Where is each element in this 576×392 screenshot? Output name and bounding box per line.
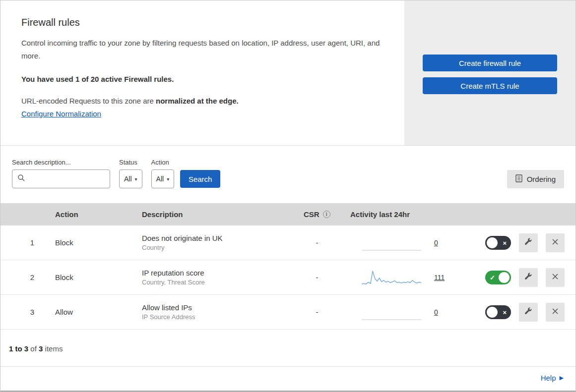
action-label: Action bbox=[151, 159, 175, 166]
rule-priority: 3 bbox=[0, 308, 44, 316]
activity-count-link[interactable]: 0 bbox=[434, 308, 447, 316]
action-select[interactable]: All ▾ bbox=[151, 169, 175, 188]
enable-toggle[interactable]: × bbox=[485, 305, 511, 319]
search-input-box[interactable] bbox=[12, 169, 110, 188]
chevron-right-icon: ▶ bbox=[560, 375, 564, 381]
rule-csr: - bbox=[292, 308, 342, 316]
rule-fields: Country, Threat Score bbox=[142, 279, 292, 286]
rule-csr: - bbox=[292, 238, 342, 247]
usage-summary: You have used 1 of 20 active Firewall ru… bbox=[21, 75, 384, 83]
rule-description: Does not originate in UK bbox=[142, 234, 292, 242]
items-suffix: items bbox=[43, 344, 63, 353]
column-csr-label: CSR bbox=[304, 210, 320, 219]
delete-rule-button[interactable] bbox=[546, 303, 565, 322]
activity-sparkline bbox=[362, 234, 421, 252]
normalization-text: URL-encoded Requests to this zone are bbox=[21, 97, 156, 105]
rule-controls: × bbox=[461, 303, 576, 322]
close-icon bbox=[552, 308, 559, 316]
items-range: 1 to 3 bbox=[9, 344, 28, 353]
close-icon bbox=[552, 273, 559, 281]
wrench-icon bbox=[524, 307, 532, 317]
rule-description-cell: Does not originate in UK Country bbox=[131, 234, 292, 251]
toggle-knob bbox=[487, 307, 498, 318]
rule-description-cell: IP reputation score Country, Threat Scor… bbox=[131, 269, 292, 286]
toggle-knob bbox=[499, 272, 510, 283]
filter-bar: Search description... Status All ▾ Actio… bbox=[0, 146, 576, 203]
column-activity: Activity last 24hr bbox=[342, 210, 461, 219]
activity-sparkline bbox=[362, 303, 421, 321]
search-label: Search description... bbox=[12, 159, 110, 166]
configure-normalization-link[interactable]: Configure Normalization bbox=[21, 110, 101, 118]
status-group: Status All ▾ bbox=[119, 159, 142, 188]
normalization-note: URL-encoded Requests to this zone are no… bbox=[21, 97, 384, 105]
rule-description-cell: Allow listed IPs IP Source Address bbox=[131, 303, 292, 321]
rule-fields: Country bbox=[142, 244, 292, 251]
rule-controls: ✓ bbox=[461, 268, 576, 287]
firewall-rules-page: Firewall rules Control incoming traffic … bbox=[0, 0, 576, 392]
table-row: 1 Block Does not originate in UK Country… bbox=[0, 225, 576, 260]
search-input[interactable] bbox=[28, 175, 105, 183]
items-of: of bbox=[28, 344, 39, 353]
help-row: Help▶ bbox=[0, 366, 576, 389]
table-row: 2 Block IP reputation score Country, Thr… bbox=[0, 260, 576, 295]
search-group: Search description... bbox=[12, 159, 110, 188]
rule-activity-cell: 0 bbox=[342, 303, 461, 321]
delete-rule-button[interactable] bbox=[546, 233, 565, 252]
rule-action: Block bbox=[44, 273, 131, 281]
list-document-icon bbox=[515, 174, 522, 184]
toggle-state-icon: × bbox=[503, 309, 507, 315]
wrench-icon bbox=[524, 273, 532, 282]
rule-priority: 2 bbox=[0, 273, 44, 281]
page-description: Control incoming traffic to your zone by… bbox=[21, 37, 384, 62]
toggle-knob bbox=[487, 237, 498, 248]
help-link[interactable]: Help▶ bbox=[541, 374, 564, 382]
status-label: Status bbox=[119, 159, 142, 166]
chevron-down-icon: ▾ bbox=[167, 176, 169, 182]
edit-rule-button[interactable] bbox=[519, 233, 538, 252]
action-select-value: All bbox=[156, 175, 164, 183]
close-icon bbox=[552, 238, 559, 247]
action-group: Action All ▾ bbox=[151, 159, 175, 188]
column-csr: CSR i bbox=[292, 210, 342, 219]
toggle-state-icon: × bbox=[503, 239, 507, 246]
table-header: Action Description CSR i Activity last 2… bbox=[0, 203, 576, 225]
items-count: 1 to 3 of 3 items bbox=[0, 330, 576, 366]
rule-description: Allow listed IPs bbox=[142, 303, 292, 312]
create-firewall-rule-button[interactable]: Create firewall rule bbox=[423, 55, 557, 71]
rule-activity-cell: 111 bbox=[342, 269, 461, 286]
edit-rule-button[interactable] bbox=[519, 303, 538, 322]
actions-panel: Create firewall rule Create mTLS rule bbox=[404, 0, 576, 145]
rule-activity-cell: 0 bbox=[342, 234, 461, 252]
status-select[interactable]: All ▾ bbox=[119, 169, 142, 188]
rule-description: IP reputation score bbox=[142, 269, 292, 277]
ordering-button-label: Ordering bbox=[527, 175, 556, 183]
activity-count-link[interactable]: 111 bbox=[434, 274, 447, 281]
overview-section: Firewall rules Control incoming traffic … bbox=[0, 0, 576, 146]
table-row: 3 Allow Allow listed IPs IP Source Addre… bbox=[0, 295, 576, 330]
status-select-value: All bbox=[124, 175, 132, 183]
rule-controls: × bbox=[461, 233, 576, 252]
search-icon bbox=[17, 174, 25, 184]
ordering-button[interactable]: Ordering bbox=[507, 170, 564, 188]
activity-sparkline bbox=[362, 269, 421, 286]
column-description: Description bbox=[131, 210, 292, 219]
rule-action: Allow bbox=[44, 308, 131, 316]
wrench-icon bbox=[524, 238, 532, 247]
column-action: Action bbox=[44, 210, 131, 219]
help-link-label: Help bbox=[541, 374, 556, 382]
firewall-overview-panel: Firewall rules Control incoming traffic … bbox=[0, 0, 404, 145]
rule-action: Block bbox=[44, 238, 131, 247]
rule-fields: IP Source Address bbox=[142, 313, 292, 321]
toggle-state-icon: ✓ bbox=[490, 274, 495, 280]
rule-priority: 1 bbox=[0, 238, 44, 247]
activity-count-link[interactable]: 0 bbox=[434, 239, 447, 247]
delete-rule-button[interactable] bbox=[546, 268, 565, 287]
rule-csr: - bbox=[292, 273, 342, 281]
chevron-down-icon: ▾ bbox=[135, 176, 137, 182]
enable-toggle[interactable]: × bbox=[485, 236, 511, 250]
search-button[interactable]: Search bbox=[180, 170, 220, 188]
info-icon[interactable]: i bbox=[323, 211, 330, 218]
enable-toggle[interactable]: ✓ bbox=[485, 271, 511, 284]
create-mtls-rule-button[interactable]: Create mTLS rule bbox=[423, 77, 557, 94]
edit-rule-button[interactable] bbox=[519, 268, 538, 287]
